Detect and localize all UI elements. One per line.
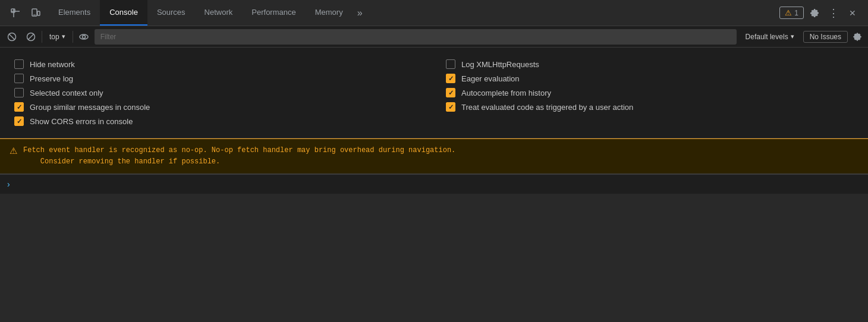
autocomplete-checkbox[interactable]: [446, 88, 455, 97]
warning-triangle-icon: ⚠: [785, 8, 792, 17]
checkbox-row-selected-context: Selected context only: [14, 86, 422, 100]
warning-text: Fetch event handler is recognized as no-…: [23, 145, 455, 168]
inspect-element-button[interactable]: [7, 5, 24, 21]
checkbox-row-hide-network: Hide network: [14, 57, 422, 71]
svg-rect-4: [37, 11, 40, 15]
eager-eval-label: Eager evaluation: [461, 74, 520, 83]
hide-network-label: Hide network: [30, 60, 75, 69]
selected-context-checkbox[interactable]: [14, 88, 24, 97]
settings-panel: Hide network Preserve log Selected conte…: [0, 48, 868, 138]
filter-input[interactable]: [95, 29, 737, 45]
svg-rect-0: [11, 9, 15, 12]
no-issues-button[interactable]: No Issues: [803, 31, 848, 43]
tab-console[interactable]: Console: [100, 0, 147, 26]
close-icon: ✕: [849, 8, 856, 18]
show-cors-label: Show CORS errors in console: [30, 117, 133, 126]
checkbox-row-treat-evaluated: Treat evaluated code as triggered by a u…: [446, 100, 854, 114]
tab-network[interactable]: Network: [195, 0, 243, 26]
console-settings-button[interactable]: [850, 29, 864, 45]
console-input[interactable]: [15, 180, 861, 189]
group-similar-label: Group similar messages in console: [30, 103, 150, 112]
tab-memory[interactable]: Memory: [306, 0, 353, 26]
autocomplete-label: Autocomplete from history: [461, 89, 551, 97]
hide-network-checkbox[interactable]: [14, 59, 24, 69]
eye-button[interactable]: [76, 29, 92, 45]
main-tabs: Elements Console Sources Network Perform…: [49, 0, 367, 26]
block-icon-button[interactable]: [23, 29, 39, 45]
device-toggle-button[interactable]: [27, 5, 44, 21]
preserve-log-checkbox[interactable]: [14, 74, 24, 83]
checkbox-row-group-similar: Group similar messages in console: [14, 100, 422, 114]
svg-point-11: [82, 35, 85, 38]
checkbox-row-show-cors: Show CORS errors in console: [14, 114, 422, 128]
group-similar-checkbox[interactable]: [14, 102, 24, 112]
treat-evaluated-label: Treat evaluated code as triggered by a u…: [461, 103, 633, 112]
tab-bar: Elements Console Sources Network Perform…: [0, 0, 868, 26]
console-input-area: ›: [0, 174, 868, 194]
show-cors-checkbox[interactable]: [14, 116, 24, 126]
more-tabs-button[interactable]: »: [353, 0, 367, 26]
tab-performance[interactable]: Performance: [242, 0, 305, 26]
checkbox-row-eager-eval: Eager evaluation: [446, 71, 854, 86]
tab-right-actions: ⚠ 1 ⋮ ✕: [775, 5, 866, 21]
warning-icon: ⚠: [10, 146, 17, 156]
treat-evaluated-checkbox[interactable]: [446, 102, 455, 112]
close-devtools-button[interactable]: ✕: [844, 5, 861, 21]
tab-sources[interactable]: Sources: [147, 0, 195, 26]
log-xml-checkbox[interactable]: [446, 59, 455, 69]
selected-context-label: Selected context only: [30, 89, 103, 97]
preserve-log-label: Preserve log: [30, 74, 73, 83]
warning-message-area: ⚠ Fetch event handler is recognized as n…: [0, 138, 868, 174]
svg-line-7: [9, 34, 15, 40]
warning-badge-button[interactable]: ⚠ 1: [779, 7, 804, 19]
checkbox-row-log-xml: Log XMLHttpRequests: [446, 57, 854, 71]
svg-line-9: [29, 34, 34, 39]
context-selector-button[interactable]: top ▾: [45, 31, 70, 42]
settings-right-column: Log XMLHttpRequests Eager evaluation Aut…: [446, 57, 854, 128]
console-chevron-icon: ›: [7, 179, 10, 189]
toolbar-divider: [42, 31, 42, 43]
clear-console-button[interactable]: [4, 29, 20, 45]
default-levels-button[interactable]: Default levels ▾: [739, 31, 801, 43]
log-xml-label: Log XMLHttpRequests: [461, 60, 539, 69]
more-options-button[interactable]: ⋮: [825, 5, 842, 21]
eager-eval-checkbox[interactable]: [446, 74, 455, 83]
tab-icon-group: [2, 5, 49, 21]
checkbox-row-autocomplete: Autocomplete from history: [446, 86, 854, 100]
more-options-icon: ⋮: [828, 7, 839, 20]
toolbar-divider2: [73, 31, 73, 43]
settings-left-column: Hide network Preserve log Selected conte…: [14, 57, 422, 128]
checkbox-row-preserve-log: Preserve log: [14, 71, 422, 86]
settings-button[interactable]: [806, 5, 823, 21]
tab-elements[interactable]: Elements: [49, 0, 100, 26]
console-toolbar: top ▾ Default levels ▾ No Issues: [0, 26, 868, 48]
